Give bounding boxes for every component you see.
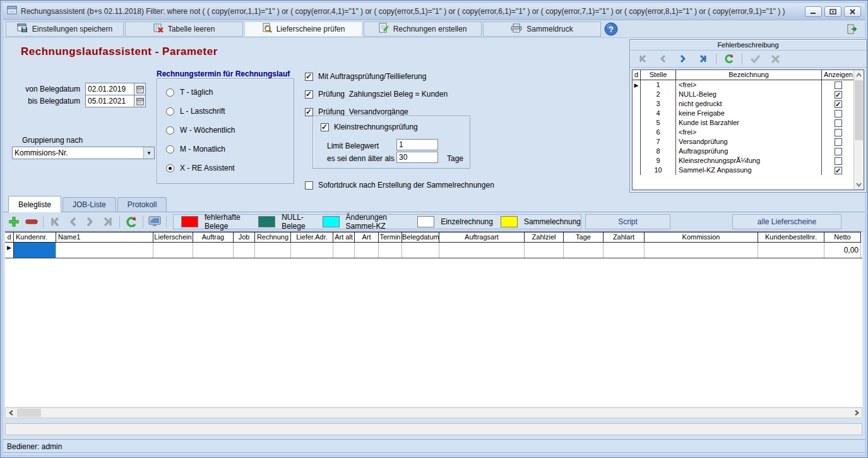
scrollbar-thumb[interactable] — [855, 80, 863, 140]
small-invoice-checkbox[interactable]: Kleinstrechnungsprüfung — [321, 123, 418, 131]
nav-prev-icon[interactable] — [655, 51, 670, 66]
cell[interactable] — [645, 243, 758, 258]
older-than-input[interactable]: 30 — [396, 152, 438, 163]
error-row[interactable]: 3nicht gedruckt — [633, 99, 864, 109]
cell[interactable] — [153, 243, 193, 258]
nav-first-icon[interactable] — [47, 214, 62, 229]
remove-row-icon[interactable] — [24, 214, 39, 229]
cell[interactable] — [333, 243, 355, 258]
toolbar-button-clear-table[interactable]: Tabelle leeren — [125, 21, 243, 37]
nav-first-icon[interactable] — [635, 51, 650, 66]
limit-input[interactable]: 1 — [396, 139, 438, 150]
cell[interactable] — [234, 243, 255, 258]
anzeigen-checkbox[interactable] — [835, 119, 842, 127]
close-button[interactable] — [844, 6, 861, 17]
toolbar-button-collective-print[interactable]: Sammeldruck — [483, 21, 601, 37]
anzeigen-checkbox[interactable] — [835, 81, 842, 89]
column-header-d[interactable]: d — [5, 232, 14, 243]
scrollbar-thumb[interactable] — [17, 409, 41, 417]
column-header-liefer-adr-[interactable]: Liefer.Adr. — [291, 232, 333, 243]
screen-view-icon[interactable] — [147, 214, 162, 229]
schedule-option-1[interactable]: L - Lastschrift — [166, 107, 294, 116]
calendar-icon[interactable] — [134, 95, 145, 107]
nav-last-icon[interactable] — [696, 51, 711, 66]
netto-cell[interactable]: 0,00 — [824, 243, 861, 258]
minimize-button[interactable] — [805, 6, 822, 17]
column-header-job[interactable]: Job — [234, 232, 255, 243]
to-date-field[interactable]: 05.01.2021 — [85, 95, 146, 107]
cell[interactable] — [379, 243, 402, 258]
chevron-down-icon[interactable]: ▼ — [143, 147, 154, 159]
nav-last-icon[interactable] — [100, 214, 116, 229]
calendar-icon[interactable] — [134, 83, 145, 95]
error-table-scrollbar[interactable] — [853, 70, 864, 190]
add-row-icon[interactable] — [6, 214, 21, 229]
confirm-icon[interactable] — [747, 51, 763, 66]
cell[interactable] — [355, 243, 379, 258]
cell[interactable] — [439, 243, 525, 258]
scroll-up-icon[interactable] — [854, 70, 864, 80]
schedule-option-4[interactable]: X - RE Assistent — [166, 164, 294, 172]
column-header-art-alt[interactable]: Art alt — [333, 232, 355, 243]
from-date-field[interactable]: 02.01.2019 — [85, 83, 146, 95]
refresh-icon[interactable] — [722, 51, 737, 66]
error-row[interactable]: 4keine Freigabe — [633, 109, 864, 118]
scroll-left-icon[interactable] — [6, 408, 16, 418]
column-header-zahlziel[interactable]: Zahlziel — [525, 232, 564, 243]
error-row[interactable]: 7Versandprüfung — [633, 137, 864, 147]
column-header-lieferschein[interactable]: Lieferschein — [153, 232, 193, 243]
schedule-option-0[interactable]: T - täglich — [166, 88, 294, 97]
anzeigen-checkbox[interactable] — [835, 138, 842, 146]
anzeigen-checkbox[interactable] — [835, 148, 842, 155]
toolbar-button-create-invoices[interactable]: Rechnungen erstellen — [364, 21, 482, 37]
tab-protokoll[interactable]: Protokoll — [117, 197, 167, 212]
error-row[interactable]: 5Kunde ist Barzahler — [633, 118, 864, 128]
anzeigen-checkbox[interactable] — [835, 91, 842, 99]
column-header-auftragsart[interactable]: Auftragsart — [439, 232, 525, 243]
selected-cell[interactable] — [14, 243, 56, 258]
nav-next-icon[interactable] — [83, 214, 98, 229]
column-header-auftrag[interactable]: Auftrag — [193, 232, 234, 243]
tab-job-liste[interactable]: JOB-Liste — [62, 197, 116, 212]
horizontal-scrollbar[interactable] — [5, 407, 862, 418]
scroll-right-icon[interactable] — [852, 408, 862, 418]
anzeigen-checkbox[interactable] — [835, 129, 842, 136]
column-header-rechnung[interactable]: Rechnung — [255, 232, 291, 243]
help-button[interactable]: ? — [603, 21, 619, 37]
anzeigen-checkbox[interactable] — [835, 110, 842, 118]
param-checkbox-2[interactable]: Prüfung Versandvorgänge — [305, 107, 408, 116]
cell[interactable] — [525, 243, 564, 258]
maximize-button[interactable] — [824, 6, 841, 17]
error-row[interactable]: 8Auftragsprüfung — [633, 147, 864, 156]
scroll-down-icon[interactable] — [854, 180, 864, 190]
cancel-icon[interactable] — [768, 51, 783, 66]
column-header-art[interactable]: Art — [355, 232, 379, 243]
error-row[interactable]: 6<frei> — [633, 128, 864, 137]
column-header-kundenbestellnr-[interactable]: Kundenbestellnr. — [758, 232, 824, 243]
cell[interactable] — [193, 243, 234, 258]
grouping-combobox[interactable]: Kommisions-Nr. ▼ — [12, 147, 155, 159]
error-row[interactable]: ▶1<frei> — [633, 80, 864, 90]
anzeigen-checkbox[interactable] — [835, 157, 842, 165]
param-checkbox-1[interactable]: Prüfung Zahlungsziel Beleg = Kunden — [305, 90, 448, 99]
cell[interactable] — [603, 243, 645, 258]
toolbar-button-save-settings[interactable]: Einstellungen speichern — [6, 21, 124, 37]
error-row[interactable]: 10Sammel-KZ Anpassung — [633, 166, 864, 175]
toolbar-button-check-delivery-notes[interactable]: Lieferscheine prüfen — [244, 21, 362, 37]
tab-belegliste[interactable]: Belegliste — [8, 196, 61, 212]
anzeigen-checkbox[interactable] — [835, 167, 842, 174]
column-header-name1[interactable]: Name1 — [56, 232, 153, 243]
nav-next-icon[interactable] — [675, 51, 691, 66]
column-header-termin[interactable]: Termin — [379, 232, 402, 243]
column-header-netto[interactable]: Netto — [824, 232, 861, 243]
instant-print-checkbox[interactable]: Sofortdruck nach Erstellung der Sammelre… — [305, 181, 494, 190]
column-header-tage[interactable]: Tage — [564, 232, 603, 243]
cell[interactable] — [291, 243, 333, 258]
column-header-kundennr-[interactable]: Kundennr. — [14, 232, 56, 243]
table-row[interactable]: ▶0,00 — [5, 243, 862, 258]
row-marker-cell[interactable]: ▶ — [5, 243, 14, 258]
schedule-option-3[interactable]: M - Monatlich — [166, 145, 294, 154]
cell[interactable] — [758, 243, 824, 258]
cell[interactable] — [255, 243, 291, 258]
error-row[interactable]: 2NULL-Beleg — [633, 90, 864, 99]
